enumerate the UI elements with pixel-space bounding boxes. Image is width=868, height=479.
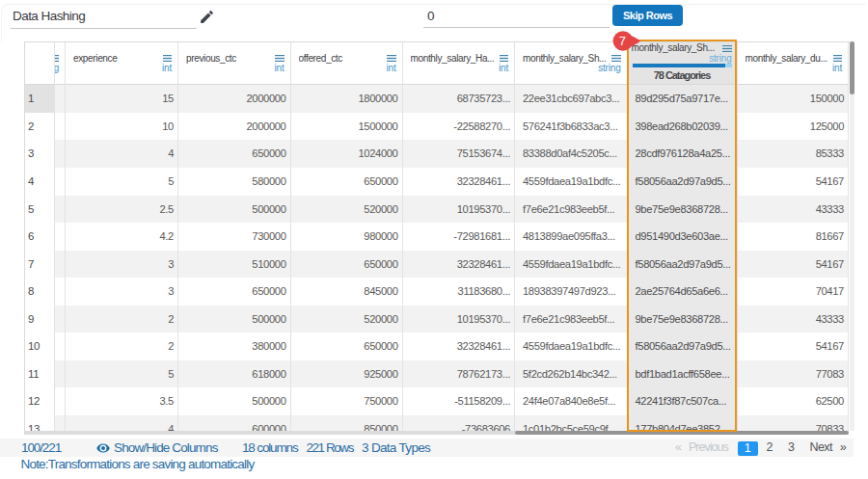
svg-text:7: 7 [619, 34, 626, 48]
